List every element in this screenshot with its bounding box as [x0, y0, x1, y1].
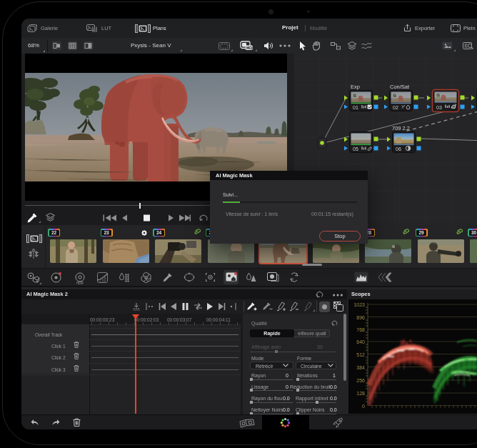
svg-text:0: 0 [362, 404, 365, 409]
svg-text:709 2.2: 709 2.2 [392, 125, 410, 131]
svg-text:HDR: HDR [76, 282, 84, 285]
svg-text:06: 06 [396, 146, 401, 151]
svg-text:01: 01 [353, 105, 358, 110]
svg-text:02: 02 [393, 105, 398, 110]
svg-text:05: 05 [353, 146, 358, 151]
svg-text:128: 128 [356, 391, 365, 396]
svg-text:256: 256 [356, 378, 365, 383]
svg-text:512: 512 [356, 352, 365, 357]
svg-text:03: 03 [436, 105, 442, 110]
svg-text:384: 384 [356, 365, 365, 370]
svg-text:768: 768 [356, 327, 365, 332]
svg-text:Con/Sat: Con/Sat [390, 84, 410, 90]
svg-text:640: 640 [356, 339, 365, 344]
svg-text:896: 896 [356, 315, 365, 320]
svg-text:Exp: Exp [351, 84, 360, 90]
svg-text:1023: 1023 [353, 302, 365, 307]
